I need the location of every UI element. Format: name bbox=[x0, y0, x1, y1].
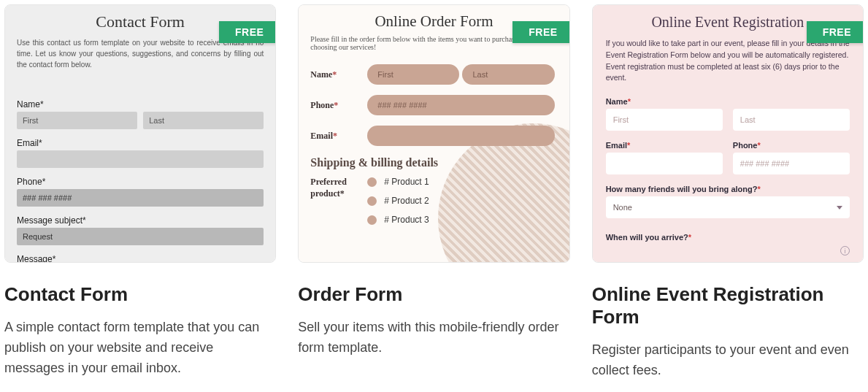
product-option-1[interactable]: # Product 1 bbox=[367, 177, 557, 187]
chevron-down-icon bbox=[837, 206, 842, 210]
template-card-contact[interactable]: FREE Contact Form Use this contact us fo… bbox=[4, 4, 276, 263]
card-desc: Sell your items with this mobile-friendl… bbox=[298, 318, 569, 358]
free-badge: FREE bbox=[219, 21, 276, 43]
email-input[interactable] bbox=[17, 150, 264, 168]
email-label: Email* bbox=[310, 131, 367, 142]
first-name-input[interactable]: First bbox=[17, 112, 137, 129]
phone-label: Phone* bbox=[17, 177, 264, 187]
card-desc: A simple contact form template that you … bbox=[4, 318, 276, 379]
preview-event: Online Event Registration If you would l… bbox=[593, 5, 863, 262]
template-card-event[interactable]: FREE Online Event Registration If you wo… bbox=[592, 4, 864, 263]
product-label: Preferred product* bbox=[310, 177, 367, 199]
email-input[interactable] bbox=[367, 126, 554, 146]
template-col-contact: FREE Contact Form Use this contact us fo… bbox=[4, 4, 276, 381]
email-label: Email* bbox=[606, 141, 723, 150]
product-option-3[interactable]: # Product 3 bbox=[367, 215, 557, 225]
first-name-input[interactable]: First bbox=[367, 64, 459, 85]
radio-icon bbox=[367, 215, 377, 225]
card-title: Order Form bbox=[298, 283, 569, 306]
card-desc: Register participants to your event and … bbox=[592, 340, 864, 381]
info-icon: i bbox=[840, 246, 850, 255]
last-name-input[interactable]: Last bbox=[143, 112, 264, 129]
message-label: Message* bbox=[17, 254, 264, 263]
name-label: Name* bbox=[310, 69, 367, 80]
friends-label: How many friends will you bring along?* bbox=[606, 185, 850, 193]
arrive-label: When will you arrive?* bbox=[606, 233, 850, 242]
friends-select[interactable]: None bbox=[606, 196, 850, 218]
template-grid: FREE Contact Form Use this contact us fo… bbox=[4, 4, 864, 381]
card-title: Online Event Registration Form bbox=[592, 283, 864, 328]
phone-label: Phone* bbox=[310, 100, 367, 111]
free-badge: FREE bbox=[512, 21, 569, 43]
product-option-2[interactable]: # Product 2 bbox=[367, 196, 557, 206]
radio-icon bbox=[367, 196, 377, 206]
phone-label: Phone* bbox=[733, 141, 850, 150]
preview-order: Online Order Form Please fill in the ord… bbox=[299, 5, 569, 262]
name-label: Name* bbox=[17, 99, 264, 109]
email-input[interactable] bbox=[606, 153, 723, 174]
email-label: Email* bbox=[17, 138, 264, 148]
radio-icon bbox=[367, 177, 377, 187]
name-label: Name* bbox=[606, 97, 850, 106]
first-name-input[interactable]: First bbox=[606, 109, 723, 131]
phone-input[interactable]: ### ### #### bbox=[367, 95, 554, 115]
last-name-input[interactable]: Last bbox=[733, 109, 850, 131]
last-name-input[interactable]: Last bbox=[462, 64, 554, 85]
phone-input[interactable]: ### ### #### bbox=[17, 189, 264, 207]
select-value: None bbox=[613, 203, 632, 212]
subject-input[interactable]: Request bbox=[17, 228, 264, 245]
template-col-event: FREE Online Event Registration If you wo… bbox=[592, 4, 864, 381]
free-badge: FREE bbox=[807, 21, 864, 43]
preview-intro: If you would like to take part in our ev… bbox=[606, 38, 850, 84]
card-title: Contact Form bbox=[4, 283, 276, 306]
phone-input[interactable]: ### ### #### bbox=[733, 153, 850, 174]
preview-contact: Contact Form Use this contact us form te… bbox=[5, 5, 275, 262]
subject-label: Message subject* bbox=[17, 215, 264, 226]
template-card-order[interactable]: FREE Online Order Form Please fill in th… bbox=[298, 4, 569, 263]
template-col-order: FREE Online Order Form Please fill in th… bbox=[298, 4, 569, 381]
